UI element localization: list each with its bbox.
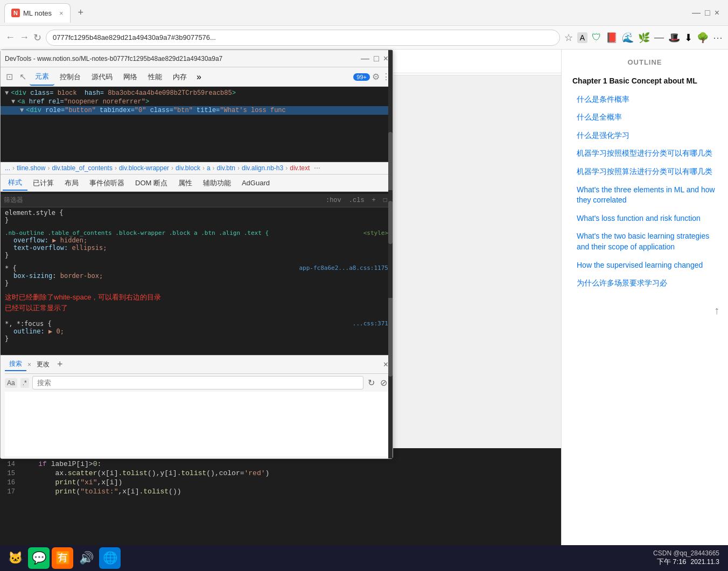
devtools-maximize-btn[interactable]: □ (374, 54, 379, 64)
refresh-btn[interactable]: ↻ (33, 32, 41, 44)
devtools-tab-more[interactable]: » (192, 70, 206, 84)
taskbar-icon-chinese[interactable]: 🈶 (52, 547, 73, 569)
devtools-sub-tabs: 样式 已计算 布局 事件侦听器 DOM 断点 属性 辅助功能 AdGuard (1, 175, 393, 192)
taskbar-icon-audio[interactable]: 🔊 (75, 547, 97, 569)
ext-icon-6[interactable]: — (654, 32, 664, 43)
outline-item-many-scenes[interactable]: 为什么许多场景要求学习必 (568, 275, 722, 292)
devtools-tab-elements[interactable]: 元素 (30, 68, 54, 86)
devtools-minimize-btn[interactable]: — (361, 54, 369, 64)
filter-hov-btn[interactable]: :hov (324, 196, 344, 205)
bc-more[interactable]: ⋯ (314, 164, 320, 172)
sub-tab-dom[interactable]: DOM 断点 (130, 176, 173, 190)
devtools-tab-console[interactable]: 控制台 (54, 69, 86, 85)
outline-item-loss-function[interactable]: What's loss function and risk function (568, 210, 722, 227)
filter-add-btn[interactable]: + (370, 196, 378, 205)
style-rule-focus: *, *:focus { ...css:371 outline: ▶ 0; } (1, 318, 393, 344)
devtools-settings-icon[interactable]: ⚙ (372, 72, 380, 82)
taskbar-icon-cat[interactable]: 🐱 (4, 547, 26, 569)
devtools-tab-network[interactable]: 网络 (118, 69, 143, 85)
search-tab-add[interactable]: + (54, 359, 66, 370)
style-source-link-1[interactable]: app-fc8a6e2...a8.css:1175 (299, 264, 388, 271)
back-btn[interactable]: ← (5, 32, 15, 43)
scroll-up-arrow[interactable]: ↑ (714, 304, 719, 317)
code-editor: 13 for i in range(len(labelP)): 14 if la… (0, 448, 561, 545)
outline-item-supervised-changed[interactable]: How the supervised learning changed (568, 257, 722, 274)
bc-table[interactable]: div.table_of_contents (52, 164, 113, 172)
sub-tab-a11y[interactable]: 辅助功能 (198, 176, 236, 190)
outline-item-learning-strategies[interactable]: What's the two basic learning strategies… (568, 228, 722, 255)
ext-icon-8[interactable]: ⬇ (684, 32, 692, 44)
taskbar-icon-wechat[interactable]: 💬 (28, 547, 50, 569)
code-line-16: 16 print("xi",x[i]) (0, 478, 561, 487)
outline-item-conditional-prob[interactable]: 什么是条件概率 (568, 91, 722, 108)
ext-icon-5[interactable]: 🌿 (638, 32, 650, 44)
filter-cls-btn[interactable]: .cls (347, 196, 367, 205)
outline-item-full-prob[interactable]: 什么是全概率 (568, 109, 722, 126)
sub-tab-adguard[interactable]: AdGuard (236, 177, 275, 189)
outline-item-algo-classify[interactable]: 机器学习按照算法进行分类可以有哪几类 (568, 163, 722, 180)
browser-tab[interactable]: N ML notes × (4, 3, 71, 23)
html-scrollbar-thumb[interactable] (388, 132, 393, 162)
bookmark-star-icon[interactable]: ☆ (564, 32, 573, 44)
bc-sep-7: › (285, 164, 288, 172)
sub-tab-events[interactable]: 事件侦听器 (84, 176, 130, 190)
bc-a[interactable]: a (207, 164, 211, 172)
devtools-tab-sources[interactable]: 源代码 (86, 69, 118, 85)
filter-input[interactable] (4, 197, 320, 204)
new-tab-btn[interactable]: + (74, 7, 88, 18)
ext-icon-9[interactable]: 🌳 (697, 32, 709, 44)
minimize-btn[interactable]: — (692, 8, 701, 18)
bc-align[interactable]: div.align.nb-h3 (242, 164, 283, 172)
style-source-link-2[interactable]: ...css:371 (353, 320, 388, 327)
styles-scrollbar[interactable] (388, 192, 393, 298)
ext-icon-1[interactable]: A (577, 32, 587, 43)
tab-title: ML notes (23, 9, 52, 17)
ext-icon-7[interactable]: 🎩 (668, 32, 680, 44)
maximize-btn[interactable]: □ (705, 8, 710, 18)
html-scrollbar[interactable] (388, 87, 393, 162)
devtools-panel: DevTools - www.notion.so/ML-notes-b0777f… (0, 50, 393, 459)
bc-block-wrapper[interactable]: div.block-wrapper (119, 164, 169, 172)
search-clear-btn[interactable]: ⊘ (379, 377, 388, 389)
search-tab-search[interactable]: 搜索 (5, 358, 26, 371)
devtools-menu-icons: 99+ ⚙ ⋮ (353, 72, 390, 82)
sub-tab-computed[interactable]: 已计算 (27, 176, 59, 190)
sub-tab-styles[interactable]: 样式 (3, 176, 27, 191)
devtools-icon-toggle[interactable]: ⊡ (3, 72, 16, 82)
sub-tab-layout[interactable]: 布局 (59, 176, 84, 190)
devtools-tab-performance[interactable]: 性能 (143, 69, 167, 85)
html-line-3: ▼ <div role="button" tabindex="0" class=… (1, 106, 393, 115)
bc-text[interactable]: div.text (290, 164, 310, 172)
outline-item-model-classify[interactable]: 机器学习按照模型进行分类可以有哪几类 (568, 145, 722, 162)
devtools-icon-select[interactable]: ↖ (16, 72, 30, 82)
search-tab-replace[interactable]: 更改 (32, 358, 54, 371)
search-tab-x[interactable]: × (26, 360, 32, 370)
close-btn[interactable]: × (715, 8, 719, 18)
search-check-regex[interactable]: .* (20, 378, 29, 388)
outline-item-three-elements[interactable]: What's the three elements in ML and how … (568, 182, 722, 209)
search-refresh-btn[interactable]: ↻ (367, 377, 376, 389)
search-close-btn[interactable]: × (383, 360, 388, 370)
forward-btn[interactable]: → (19, 32, 29, 43)
taskbar-icon-edge[interactable]: 🌐 (99, 547, 121, 569)
bc-btn[interactable]: div.btn (217, 164, 235, 172)
search-check-aa[interactable]: Aa (5, 378, 17, 388)
sub-tab-props[interactable]: 属性 (173, 176, 198, 190)
bc-block[interactable]: div.block (176, 164, 200, 172)
more-icon[interactable]: ⋯ (713, 32, 723, 44)
search-input[interactable] (32, 376, 363, 389)
devtools-title-text: DevTools - www.notion.so/ML-notes-b0777f… (5, 55, 222, 62)
styles-scrollbar-thumb[interactable] (388, 201, 393, 244)
outline-item-reinforce[interactable]: 什么是强化学习 (568, 127, 722, 144)
ext-icon-4[interactable]: 🌊 (622, 32, 634, 44)
bc-tline[interactable]: tline.show (17, 164, 45, 172)
style-prop-overflow: overflow: ▶ hidden; (5, 236, 388, 244)
devtools-tab-memory[interactable]: 内存 (167, 69, 192, 85)
outline-item-chapter1[interactable]: Chapter 1 Basic Concept about ML (568, 73, 722, 90)
bc-dots[interactable]: ... (5, 164, 10, 172)
ext-icon-2[interactable]: 🛡 (592, 32, 601, 43)
devtools-close-btn[interactable]: × (383, 54, 388, 64)
ext-icon-3[interactable]: 📕 (606, 32, 618, 44)
tab-close[interactable]: × (59, 9, 64, 17)
address-input[interactable] (46, 30, 560, 46)
